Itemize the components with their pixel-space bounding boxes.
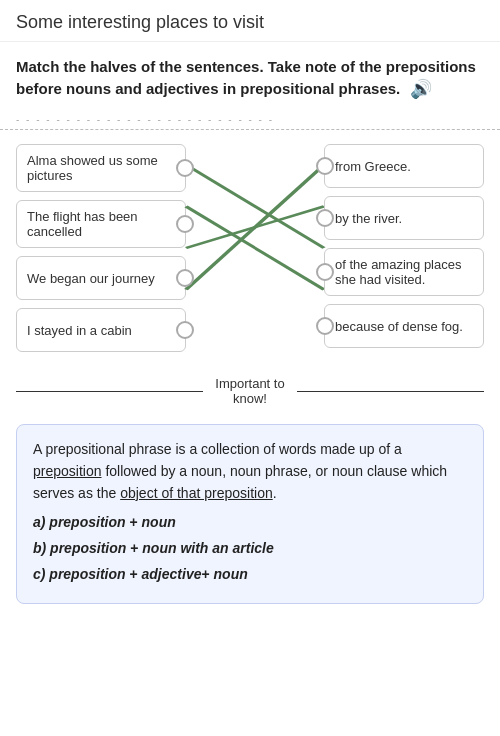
- left-item-4-text: I stayed in a cabin: [27, 323, 132, 338]
- object-underline: object of that preposition: [120, 485, 273, 501]
- left-circle-1[interactable]: [176, 159, 194, 177]
- rule-b: b) preposition + noun with an article: [33, 538, 467, 560]
- left-item-4[interactable]: I stayed in a cabin: [16, 308, 186, 352]
- connector-area: [186, 144, 324, 352]
- right-item-D-text: because of dense fog.: [335, 319, 463, 334]
- info-box-text: A prepositional phrase is a collection o…: [33, 439, 467, 504]
- left-item-1[interactable]: Alma showed us some pictures: [16, 144, 186, 192]
- left-item-2-text: The flight has been cancelled: [27, 209, 161, 239]
- right-item-A[interactable]: from Greece.: [324, 144, 484, 188]
- left-item-3[interactable]: We began our journey: [16, 256, 186, 300]
- info-box: A prepositional phrase is a collection o…: [16, 424, 484, 604]
- svg-line-1: [186, 207, 324, 290]
- left-circle-4[interactable]: [176, 321, 194, 339]
- line-right: [297, 391, 484, 392]
- line-left: [16, 391, 203, 392]
- right-item-C[interactable]: of the amazing places she had visited.: [324, 248, 484, 296]
- divider-dots: - - - - - - - - - - - - - - - - - - - - …: [0, 110, 500, 130]
- right-item-B-text: by the river.: [335, 211, 402, 226]
- left-item-3-text: We began our journey: [27, 271, 155, 286]
- matching-grid: Alma showed us some pictures The flight …: [16, 144, 484, 352]
- matching-section: Alma showed us some pictures The flight …: [0, 130, 500, 366]
- left-item-1-text: Alma showed us some pictures: [27, 153, 161, 183]
- instructions-text: Match the halves of the sentences. Take …: [16, 58, 476, 97]
- important-section: Important toknow!: [0, 366, 500, 416]
- audio-icon[interactable]: 🔊: [410, 77, 432, 102]
- matching-lines-svg: [186, 144, 324, 352]
- page-title: Some interesting places to visit: [0, 0, 500, 42]
- rule-c: c) preposition + adjective+ noun: [33, 564, 467, 586]
- instructions: Match the halves of the sentences. Take …: [0, 42, 500, 110]
- left-circle-3[interactable]: [176, 269, 194, 287]
- important-label: Important toknow!: [203, 376, 296, 406]
- right-item-D[interactable]: because of dense fog.: [324, 304, 484, 348]
- right-circle-D[interactable]: [316, 317, 334, 335]
- right-item-B[interactable]: by the river.: [324, 196, 484, 240]
- right-item-C-text: of the amazing places she had visited.: [335, 257, 473, 287]
- left-column: Alma showed us some pictures The flight …: [16, 144, 186, 352]
- left-item-2[interactable]: The flight has been cancelled: [16, 200, 186, 248]
- svg-line-0: [186, 165, 324, 248]
- left-circle-2[interactable]: [176, 215, 194, 233]
- svg-line-3: [186, 165, 324, 290]
- preposition-underline: preposition: [33, 463, 102, 479]
- right-circle-C[interactable]: [316, 263, 334, 281]
- right-circle-A[interactable]: [316, 157, 334, 175]
- right-item-A-text: from Greece.: [335, 159, 411, 174]
- rule-a: a) preposition + noun: [33, 512, 467, 534]
- right-column: from Greece. by the river. of the amazin…: [324, 144, 484, 352]
- right-circle-B[interactable]: [316, 209, 334, 227]
